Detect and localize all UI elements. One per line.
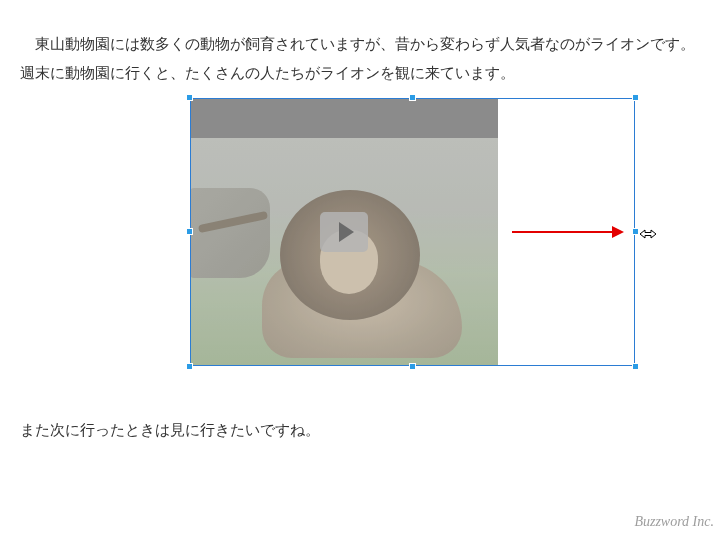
annotation-arrow	[512, 229, 624, 235]
resize-handle-bottom-right[interactable]	[632, 363, 639, 370]
video-thumbnail	[190, 98, 498, 366]
play-icon	[339, 222, 354, 242]
resize-handle-top-left[interactable]	[186, 94, 193, 101]
video-frame-scene	[190, 138, 498, 366]
outro-paragraph: また次に行ったときは見に行きたいですね。	[20, 416, 320, 445]
video-letterbox-top	[190, 98, 498, 138]
resize-handle-top-right[interactable]	[632, 94, 639, 101]
scene-rock	[190, 188, 270, 278]
intro-paragraph: 東山動物園には数多くの動物が飼育されていますが、昔から変わらず人気者なのがライオ…	[20, 30, 708, 87]
resize-handle-middle-right[interactable]	[632, 228, 639, 235]
play-button[interactable]	[320, 212, 368, 252]
resize-handle-bottom-left[interactable]	[186, 363, 193, 370]
resize-handle-middle-left[interactable]	[186, 228, 193, 235]
video-object[interactable]	[190, 98, 635, 366]
footer-brand: Buzzword Inc.	[634, 514, 714, 530]
resize-horizontal-cursor-icon	[638, 224, 658, 244]
resize-handle-top-middle[interactable]	[409, 94, 416, 101]
resize-handle-bottom-middle[interactable]	[409, 363, 416, 370]
